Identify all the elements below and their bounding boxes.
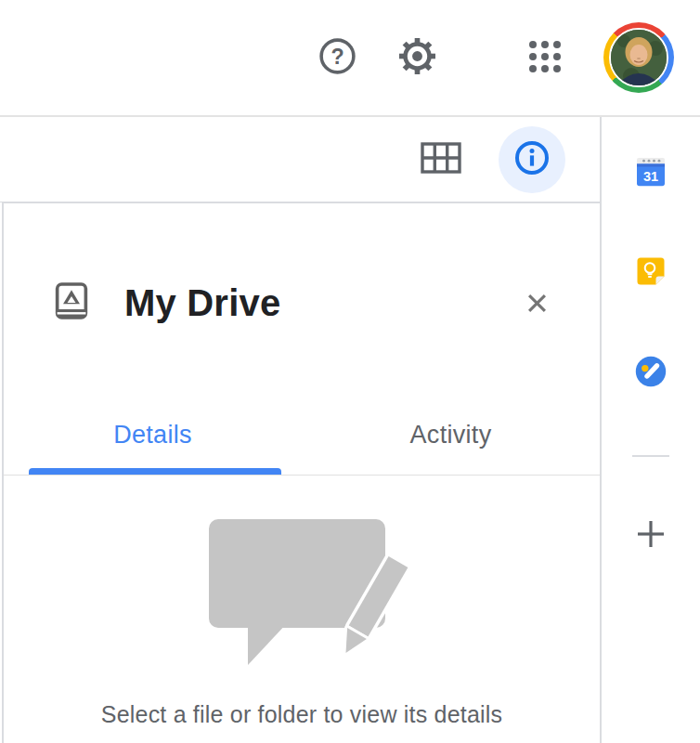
details-activity-tabs: Details Activity bbox=[4, 393, 600, 476]
close-x-icon bbox=[523, 306, 551, 320]
calendar-day-label: 31 bbox=[643, 169, 658, 184]
empty-state: Select a file or folder to view its deta… bbox=[4, 514, 600, 743]
tab-activity[interactable]: Activity bbox=[302, 393, 600, 475]
grid-view-button[interactable] bbox=[421, 142, 461, 176]
close-panel-button[interactable] bbox=[523, 289, 551, 318]
google-drive-screen: ? bbox=[0, 0, 700, 743]
info-icon bbox=[512, 138, 551, 180]
active-tab-indicator bbox=[29, 468, 281, 475]
plus-icon bbox=[629, 544, 672, 558]
info-panel-button[interactable] bbox=[499, 126, 565, 193]
details-panel-header: My Drive bbox=[4, 203, 600, 349]
add-panel-button[interactable] bbox=[629, 513, 672, 555]
google-apps-grid-icon bbox=[527, 39, 563, 77]
settings-gear-icon bbox=[396, 35, 438, 80]
tab-details[interactable]: Details bbox=[4, 393, 302, 475]
my-drive-icon bbox=[54, 281, 89, 324]
help-button[interactable]: ? bbox=[318, 36, 357, 79]
grid-view-icon bbox=[421, 163, 461, 176]
main-row: My Drive Details bbox=[0, 117, 700, 743]
calendar-icon: 31 bbox=[636, 176, 666, 189]
google-apps-button[interactable] bbox=[527, 39, 563, 77]
avatar-color-ring bbox=[603, 22, 674, 93]
files-toolbar bbox=[0, 117, 600, 202]
settings-button[interactable] bbox=[396, 35, 438, 80]
help-icon: ? bbox=[318, 36, 357, 79]
side-app-panel: 31 bbox=[602, 117, 700, 743]
tasks-icon bbox=[635, 376, 667, 390]
details-panel: My Drive Details bbox=[2, 202, 600, 743]
top-app-bar: ? bbox=[0, 0, 700, 117]
tasks-app-button[interactable] bbox=[635, 356, 667, 387]
panel-title: My Drive bbox=[124, 282, 523, 324]
svg-text:?: ? bbox=[331, 45, 344, 69]
keep-icon bbox=[636, 275, 666, 289]
side-panel-divider bbox=[632, 455, 669, 457]
keep-app-button[interactable] bbox=[636, 256, 666, 286]
comment-bubble-with-pencil-illustration bbox=[190, 514, 413, 675]
empty-state-message: Select a file or folder to view its deta… bbox=[101, 701, 502, 728]
calendar-app-button[interactable]: 31 bbox=[636, 155, 666, 187]
avatar bbox=[609, 28, 668, 87]
account-button[interactable] bbox=[603, 22, 674, 93]
content-column: My Drive Details bbox=[0, 117, 602, 743]
